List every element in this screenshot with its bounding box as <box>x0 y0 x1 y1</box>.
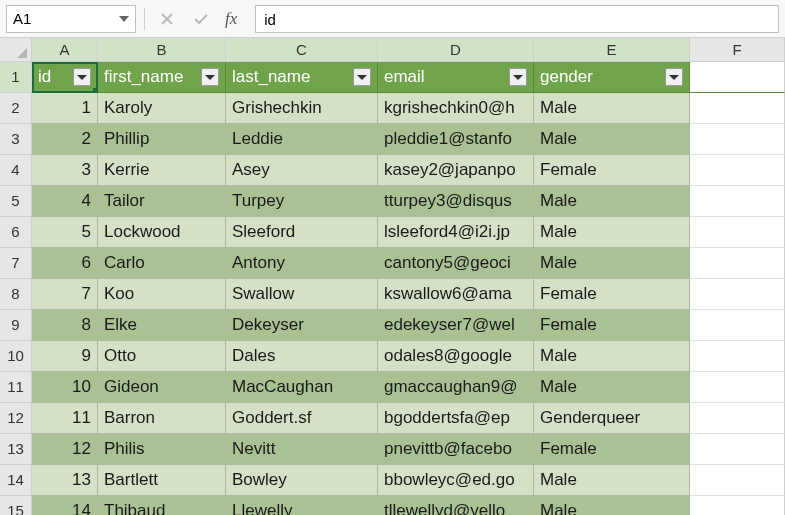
cell[interactable] <box>690 186 785 217</box>
cell[interactable]: lsleeford4@i2i.jp <box>378 217 534 248</box>
cell[interactable] <box>690 372 785 403</box>
cell[interactable]: kgrishechkin0@h <box>378 93 534 124</box>
cell[interactable]: Male <box>534 372 690 403</box>
cell[interactable] <box>690 248 785 279</box>
cell[interactable]: Swallow <box>226 279 378 310</box>
cell[interactable]: Leddie <box>226 124 378 155</box>
cell[interactable]: Nevitt <box>226 434 378 465</box>
column-header[interactable]: E <box>534 38 690 62</box>
filter-dropdown-icon[interactable] <box>509 68 527 86</box>
cell[interactable] <box>690 434 785 465</box>
cell[interactable]: Dales <box>226 341 378 372</box>
cell[interactable]: Male <box>534 124 690 155</box>
cell[interactable]: Gideon <box>98 372 226 403</box>
cell[interactable]: Otto <box>98 341 226 372</box>
cell[interactable]: Tailor <box>98 186 226 217</box>
row-header[interactable]: 10 <box>0 341 32 372</box>
cell[interactable]: 14 <box>32 496 98 515</box>
select-all-corner[interactable] <box>0 38 32 62</box>
cell[interactable]: Karoly <box>98 93 226 124</box>
cell[interactable]: Male <box>534 341 690 372</box>
insert-function-button[interactable]: fx <box>221 9 241 29</box>
header-cell[interactable]: id <box>32 62 98 93</box>
cell[interactable]: Male <box>534 217 690 248</box>
row-header[interactable]: 1 <box>0 62 32 93</box>
column-header[interactable]: A <box>32 38 98 62</box>
header-cell[interactable]: email <box>378 62 534 93</box>
header-cell[interactable]: last_name <box>226 62 378 93</box>
cell[interactable]: Philis <box>98 434 226 465</box>
cell[interactable]: 5 <box>32 217 98 248</box>
cell[interactable]: bbowleyc@ed.go <box>378 465 534 496</box>
row-header[interactable]: 3 <box>0 124 32 155</box>
cell[interactable]: pnevittb@facebo <box>378 434 534 465</box>
cell[interactable]: edekeyser7@wel <box>378 310 534 341</box>
cell[interactable]: 3 <box>32 155 98 186</box>
row-header[interactable]: 7 <box>0 248 32 279</box>
header-cell[interactable]: gender <box>534 62 690 93</box>
cell[interactable]: Male <box>534 248 690 279</box>
row-header[interactable]: 5 <box>0 186 32 217</box>
cell[interactable]: kasey2@japanpo <box>378 155 534 186</box>
cell[interactable]: Antony <box>226 248 378 279</box>
cell[interactable]: Barron <box>98 403 226 434</box>
column-header[interactable]: C <box>226 38 378 62</box>
cell[interactable]: Female <box>534 310 690 341</box>
filter-dropdown-icon[interactable] <box>353 68 371 86</box>
filter-dropdown-icon[interactable] <box>73 68 91 86</box>
cell[interactable]: odales8@google <box>378 341 534 372</box>
row-header[interactable]: 6 <box>0 217 32 248</box>
cell[interactable]: Male <box>534 93 690 124</box>
cell[interactable]: 11 <box>32 403 98 434</box>
cell[interactable]: Kerrie <box>98 155 226 186</box>
cell[interactable]: Goddert.sf <box>226 403 378 434</box>
cell[interactable]: Grishechkin <box>226 93 378 124</box>
cell[interactable]: Male <box>534 465 690 496</box>
cell[interactable] <box>690 310 785 341</box>
column-header[interactable]: B <box>98 38 226 62</box>
cell[interactable]: 13 <box>32 465 98 496</box>
cell[interactable]: Female <box>534 155 690 186</box>
cell[interactable]: Thibaud <box>98 496 226 515</box>
row-header[interactable]: 8 <box>0 279 32 310</box>
cell[interactable]: 8 <box>32 310 98 341</box>
filter-dropdown-icon[interactable] <box>665 68 683 86</box>
filter-dropdown-icon[interactable] <box>201 68 219 86</box>
formula-input[interactable]: id <box>255 5 779 33</box>
row-header[interactable]: 2 <box>0 93 32 124</box>
column-header[interactable]: D <box>378 38 534 62</box>
cancel-formula-button[interactable] <box>153 5 181 33</box>
cell[interactable]: MacCaughan <box>226 372 378 403</box>
cell[interactable]: 7 <box>32 279 98 310</box>
row-header[interactable]: 13 <box>0 434 32 465</box>
cell[interactable]: 12 <box>32 434 98 465</box>
cell[interactable] <box>690 403 785 434</box>
cell[interactable]: kswallow6@ama <box>378 279 534 310</box>
column-header[interactable]: F <box>690 38 785 62</box>
cell[interactable]: Llewelly <box>226 496 378 515</box>
name-box[interactable]: A1 <box>6 5 136 33</box>
cell[interactable] <box>690 217 785 248</box>
cell[interactable] <box>690 93 785 124</box>
cell[interactable] <box>690 279 785 310</box>
cell[interactable]: Turpey <box>226 186 378 217</box>
cell[interactable]: 2 <box>32 124 98 155</box>
cell[interactable]: Lockwood <box>98 217 226 248</box>
chevron-down-icon[interactable] <box>119 16 129 22</box>
cell[interactable]: 10 <box>32 372 98 403</box>
cell[interactable]: Bartlett <box>98 465 226 496</box>
cell[interactable]: 9 <box>32 341 98 372</box>
cell[interactable] <box>690 124 785 155</box>
cell[interactable] <box>690 341 785 372</box>
cell[interactable] <box>690 496 785 515</box>
cell[interactable] <box>690 62 785 93</box>
cell[interactable]: Bowley <box>226 465 378 496</box>
cell[interactable]: Dekeyser <box>226 310 378 341</box>
cell[interactable]: cantony5@geoci <box>378 248 534 279</box>
cell[interactable]: Male <box>534 186 690 217</box>
cell[interactable] <box>690 155 785 186</box>
cell[interactable]: pleddie1@stanfo <box>378 124 534 155</box>
row-header[interactable]: 11 <box>0 372 32 403</box>
row-header[interactable]: 9 <box>0 310 32 341</box>
cell[interactable]: bgoddertsfa@ep <box>378 403 534 434</box>
